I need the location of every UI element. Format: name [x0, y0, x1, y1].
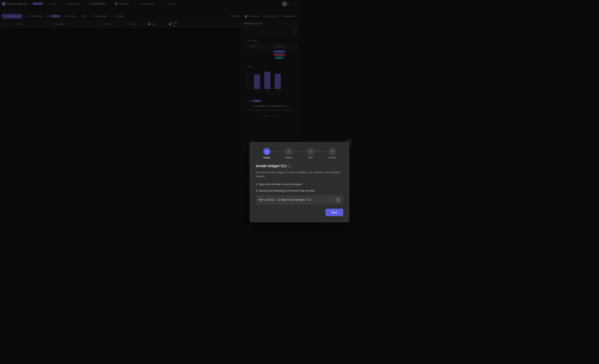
- modal-description: You can use the widget CLI tool to initi…: [256, 170, 300, 178]
- step-1-circle: 1: [263, 148, 270, 155]
- install-widget-modal: 1 Install 2 Initialize 3 Start 4 Preview: [250, 142, 300, 182]
- step-initialize: 2 Initialize: [278, 148, 300, 159]
- step-2-circle: 2: [285, 148, 292, 155]
- modal-overlay: ⤢ 1 Install 2 Initialize 3 Start 4: [0, 0, 300, 182]
- modal-info-icon[interactable]: i: [288, 164, 291, 168]
- step-1-label: Install: [264, 156, 270, 159]
- modal-container: ⤢ 1 Install 2 Initialize 3 Start 4: [250, 142, 300, 182]
- step-2-label: Initialize: [284, 156, 293, 159]
- stepper: 1 Install 2 Initialize 3 Start 4 Preview: [256, 148, 300, 159]
- step-install: 1 Install: [256, 148, 278, 159]
- modal-title: Install widget CLI i: [256, 164, 300, 168]
